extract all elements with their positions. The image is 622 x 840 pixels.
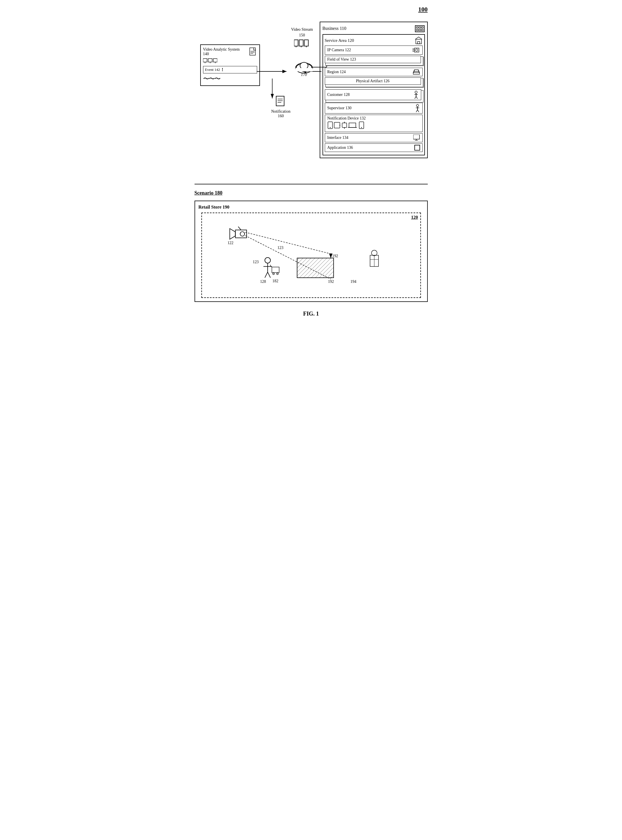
notification-number: 160 [271, 114, 291, 118]
svg-rect-70 [415, 145, 420, 150]
svg-rect-35 [416, 29, 418, 31]
svg-rect-86 [297, 258, 333, 278]
person-icon [413, 91, 419, 99]
svg-line-80 [265, 272, 268, 278]
svg-line-55 [418, 110, 419, 112]
business-header: Business 110 [323, 24, 425, 32]
svg-line-50 [416, 96, 418, 99]
field-of-view-stacked: Field of View 123 [325, 56, 422, 65]
svg-rect-24 [304, 40, 308, 46]
vas-box: Video Analytic System 140 [200, 44, 260, 86]
app-icon [415, 145, 420, 151]
svg-point-59 [339, 125, 340, 126]
video-stream-label: Video Stream [291, 27, 313, 32]
label-192a: 192 [332, 254, 338, 258]
svg-rect-22 [299, 40, 303, 46]
camera-icon [413, 47, 420, 53]
label-128: 128 [260, 279, 266, 284]
label-122: 122 [227, 241, 233, 245]
monitor-row-icon [203, 58, 217, 64]
svg-rect-33 [419, 27, 421, 28]
vas-monitors [203, 58, 257, 64]
svg-point-84 [276, 273, 278, 275]
svg-marker-72 [230, 229, 235, 239]
svg-rect-39 [418, 41, 420, 44]
svg-rect-16 [276, 96, 284, 106]
signal-wave: 〜〜〜 [203, 75, 257, 83]
document-icon [249, 47, 257, 57]
customer-box: Customer 128 [325, 89, 421, 100]
section-divider [195, 184, 428, 185]
svg-rect-37 [421, 29, 423, 31]
service-area-label: Service Area 120 [325, 38, 354, 43]
notification-box: Notification 160 [271, 96, 291, 118]
service-area-header: Service Area 120 [325, 37, 422, 44]
svg-rect-34 [421, 27, 423, 28]
application-label: Application 136 [327, 145, 353, 150]
video-stream-box: Video Stream 150 [291, 27, 313, 49]
notification-device-label: Notification Device 132 [327, 116, 420, 121]
svg-point-46 [415, 91, 417, 93]
svg-rect-63 [349, 123, 356, 127]
notification-doc-icon [276, 96, 286, 108]
store-icon [415, 37, 422, 44]
svg-rect-30 [296, 68, 313, 72]
video-stream-number: 150 [291, 33, 313, 38]
svg-rect-20 [294, 40, 298, 46]
supervisor-label: Supervisor 130 [327, 106, 352, 110]
svg-rect-82 [271, 267, 279, 273]
label-123a: 123 [277, 246, 283, 250]
physical-artifact-label: Physical Artifact 126 [356, 79, 389, 83]
figure-label: FIG. 1 [195, 310, 428, 317]
building-icon [415, 24, 425, 32]
cloud-label: 170 [294, 60, 314, 77]
service-area-box: Service Area 120 IP Camera 122 [323, 34, 425, 155]
supervisor-box: Supervisor 130 [325, 103, 422, 113]
scenario-title: Scenario 180 [195, 190, 428, 196]
svg-point-91 [372, 250, 377, 256]
field-of-view-label: Field of View 123 [327, 57, 356, 61]
svg-point-41 [416, 49, 418, 51]
svg-point-77 [265, 258, 270, 263]
svg-rect-60 [342, 123, 347, 127]
vas-label: Video Analytic System 140 [203, 47, 240, 57]
video-stream-icon [294, 39, 310, 48]
interface-label: Interface 134 [327, 136, 348, 140]
figure-number: 100 [195, 6, 428, 13]
service-area-scenario: 120 122 123 123 [201, 212, 421, 298]
physical-artifact-box: Physical Artifact 126 [325, 77, 421, 85]
svg-line-49 [415, 96, 416, 99]
scenario-diagram: 122 123 123 128 [202, 213, 420, 297]
region-box: Region 124 [325, 68, 422, 76]
svg-rect-45 [415, 70, 418, 72]
svg-rect-10 [203, 59, 207, 62]
svg-rect-12 [208, 59, 212, 62]
svg-rect-67 [413, 134, 419, 139]
label-182: 182 [272, 279, 278, 283]
monitor-icon [413, 134, 420, 141]
event-label: Event 142 [205, 67, 220, 72]
svg-rect-40 [415, 48, 419, 52]
svg-line-73 [238, 226, 241, 230]
svg-point-51 [416, 104, 419, 107]
retail-store-box: Retail Store 190 120 122 123 123 [195, 201, 428, 302]
field-of-view-box: Field of View 123 [325, 56, 421, 63]
top-diagram: Video Analytic System 140 [195, 16, 428, 175]
svg-rect-36 [419, 29, 421, 31]
svg-line-54 [416, 110, 418, 112]
cloud-icon [294, 60, 314, 74]
svg-rect-14 [213, 59, 217, 62]
label-192b: 192 [328, 279, 334, 284]
notification-label: Notification [271, 109, 291, 114]
svg-marker-42 [413, 49, 415, 52]
notification-device-icons [327, 121, 420, 131]
region-label: Region 124 [327, 70, 346, 74]
svg-point-74 [240, 232, 245, 236]
svg-rect-32 [416, 27, 418, 28]
vas-header: Video Analytic System 140 [203, 47, 257, 57]
supervisor-person-icon [415, 104, 420, 112]
physical-artifact-stacked: Physical Artifact 126 [325, 77, 422, 87]
interface-box: Interface 134 [325, 133, 422, 142]
svg-line-75 [245, 232, 331, 254]
svg-point-57 [329, 127, 331, 128]
